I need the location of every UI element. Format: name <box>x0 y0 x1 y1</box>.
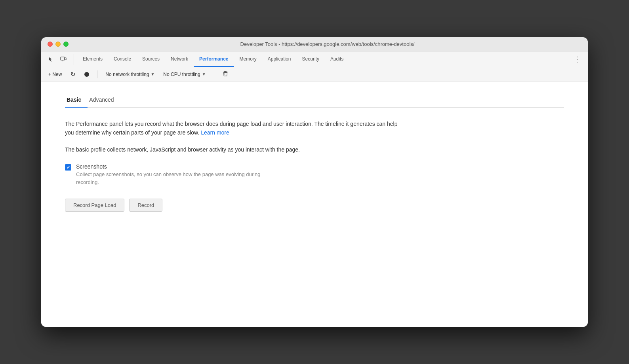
tab-network[interactable]: Network <box>165 51 194 67</box>
tab-elements[interactable]: Elements <box>77 51 108 67</box>
svg-rect-1 <box>65 58 67 60</box>
description-paragraph-1: The Performance panel lets you record wh… <box>65 119 406 137</box>
network-throttle-dropdown[interactable]: No network throttling ▼ <box>103 70 157 78</box>
tab-application[interactable]: Application <box>262 51 297 67</box>
cpu-throttle-dropdown[interactable]: No CPU throttling ▼ <box>161 70 208 78</box>
tab-sources[interactable]: Sources <box>137 51 165 67</box>
main-content: Basic Advanced The Performance panel let… <box>41 82 588 327</box>
device-icon[interactable] <box>58 54 69 65</box>
record-button[interactable] <box>82 71 91 78</box>
tab-security[interactable]: Security <box>297 51 325 67</box>
screenshots-label: Screenshots <box>76 163 274 170</box>
title-bar: Developer Tools - https://developers.goo… <box>41 37 588 51</box>
learn-more-link[interactable]: Learn more <box>201 129 229 136</box>
toolbar-separator-2 <box>214 70 214 78</box>
cpu-throttle-arrow-icon: ▼ <box>202 72 206 76</box>
action-buttons-row: Record Page Load Record <box>65 199 564 212</box>
screenshots-row: ✓ Screenshots Collect page screenshots, … <box>65 163 564 186</box>
content-tab-advanced[interactable]: Advanced <box>88 93 120 108</box>
traffic-lights <box>48 42 69 47</box>
tab-memory[interactable]: Memory <box>234 51 262 67</box>
record-button-main[interactable]: Record <box>129 199 162 212</box>
reload-button[interactable]: ↻ <box>68 70 78 79</box>
record-page-load-button[interactable]: Record Page Load <box>65 199 124 212</box>
record-circle-icon <box>84 72 89 77</box>
cpu-throttle-label: No CPU throttling <box>163 72 200 77</box>
more-tabs-button[interactable]: ⋮ <box>570 55 584 64</box>
screenshots-description: Collect page screenshots, so you can obs… <box>76 171 274 186</box>
minimize-button[interactable] <box>55 42 61 47</box>
content-tabs: Basic Advanced <box>65 93 564 108</box>
close-button[interactable] <box>48 42 53 47</box>
clear-button[interactable] <box>220 69 231 79</box>
svg-rect-3 <box>224 71 227 72</box>
devtools-window: Developer Tools - https://developers.goo… <box>41 37 588 327</box>
network-throttle-arrow-icon: ▼ <box>151 72 154 76</box>
description-paragraph-2: The basic profile collects network, Java… <box>65 145 406 154</box>
new-label: + New <box>48 72 62 77</box>
new-button[interactable]: + New <box>46 70 64 78</box>
toolbar-separator-1 <box>97 70 97 78</box>
svg-rect-0 <box>61 57 65 60</box>
main-tabs-list: Elements Console Sources Network Perform… <box>77 51 570 67</box>
screenshots-text-group: Screenshots Collect page screenshots, so… <box>76 163 274 186</box>
cursor-icon[interactable] <box>45 54 56 65</box>
svg-rect-4 <box>223 72 228 73</box>
tab-console[interactable]: Console <box>108 51 137 67</box>
tab-audits[interactable]: Audits <box>325 51 349 67</box>
maximize-button[interactable] <box>63 42 69 47</box>
tab-performance[interactable]: Performance <box>194 51 234 67</box>
window-title: Developer Tools - https://developers.goo… <box>73 41 581 47</box>
toolbar-bar: + New ↻ No network throttling ▼ No CPU t… <box>41 67 588 82</box>
devtools-container: Elements Console Sources Network Perform… <box>41 51 588 327</box>
checkmark-icon: ✓ <box>67 165 70 170</box>
screenshots-checkbox[interactable]: ✓ <box>65 164 71 171</box>
reload-icon: ↻ <box>71 71 76 78</box>
network-throttle-label: No network throttling <box>105 72 149 77</box>
tab-icon-group <box>45 54 74 65</box>
content-tab-basic[interactable]: Basic <box>65 93 88 108</box>
tabs-bar: Elements Console Sources Network Perform… <box>41 51 588 67</box>
